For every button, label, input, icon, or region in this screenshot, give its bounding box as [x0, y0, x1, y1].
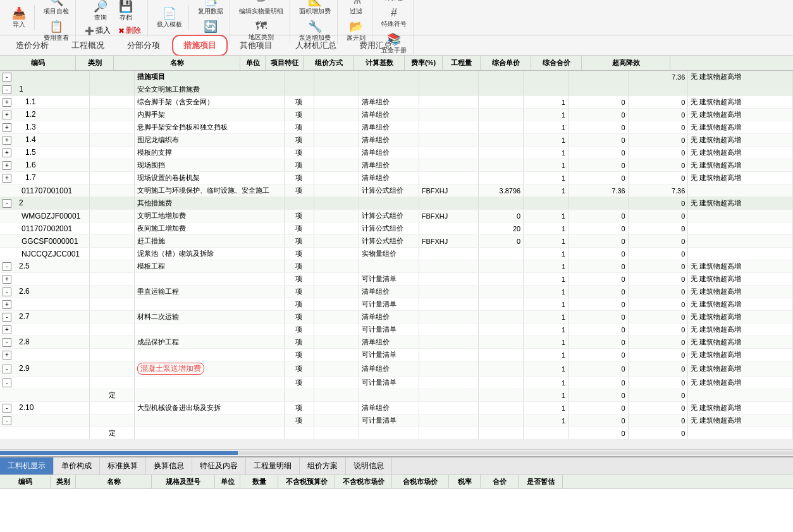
- expand-button[interactable]: +: [3, 275, 11, 284]
- expand-button[interactable]: +: [3, 300, 11, 309]
- cell-surcharge: 无 建筑物超高增: [688, 311, 793, 323]
- table-row[interactable]: +1.2内脚手架项清单组价100无 建筑物超高增: [0, 109, 793, 121]
- table-row[interactable]: -项可计量清单100无 建筑物超高增: [0, 414, 793, 427]
- expand-button[interactable]: +: [3, 148, 11, 157]
- table-row[interactable]: -2其他措施费0无 建筑物超高增: [0, 197, 793, 210]
- expand-button[interactable]: -: [3, 287, 11, 296]
- bottom-tab-labor-machine[interactable]: 工料机显示: [0, 457, 54, 475]
- bottom-tab-unit-comp[interactable]: 单价构成: [54, 457, 100, 475]
- expand-button[interactable]: -: [3, 365, 11, 373]
- expand-button[interactable]: -: [3, 73, 11, 82]
- table-row[interactable]: -2.8成品保护工程项清单组价100无 建筑物超高增: [0, 336, 793, 349]
- table-row[interactable]: +1.5模板的支撑项清单组价100无 建筑物超高增: [0, 147, 793, 159]
- tab-project-overview[interactable]: 工程概况: [61, 35, 115, 55]
- table-row[interactable]: +1.6现场围挡项清单组价100无 建筑物超高增: [0, 159, 793, 172]
- tab-sub-section[interactable]: 分部分项: [116, 35, 171, 55]
- cell-unit: 项: [284, 159, 314, 172]
- bottom-tab-qty-detail[interactable]: 工程量明细: [246, 457, 300, 475]
- cell-total: 0: [628, 402, 688, 414]
- table-row[interactable]: 定100: [0, 389, 793, 402]
- table-row[interactable]: +1.7现场设置的卷扬机架项清单组价100无 建筑物超高增: [0, 172, 793, 184]
- cell-feature: [314, 71, 359, 83]
- project-check-label: 项目自检: [44, 7, 69, 16]
- table-row[interactable]: -2.6垂直运输工程项清单组价100无 建筑物超高增: [0, 286, 793, 298]
- scrollbar[interactable]: [0, 451, 793, 455]
- tab-other-items[interactable]: 其他项目: [229, 35, 283, 55]
- cell-qty: 1: [524, 349, 569, 361]
- query-button[interactable]: 🔎 查询: [89, 0, 112, 23]
- table-row[interactable]: GGCSF0000001赶工措施项计算公式组价FBFXHJ0100: [0, 235, 793, 248]
- cell-surcharge: 无 建筑物超高增: [688, 273, 793, 286]
- table-row[interactable]: -2.5模板工程项100无 建筑物超高增: [0, 260, 793, 273]
- table-row[interactable]: +项可计量清单100无 建筑物超高增: [0, 323, 793, 336]
- table-row[interactable]: +1.4围尼龙编织布项清单组价100无 建筑物超高增: [0, 134, 793, 147]
- expand-button[interactable]: +: [3, 161, 11, 170]
- cell-unit-price: 0: [569, 377, 629, 389]
- table-row[interactable]: -项可计量清单100无 建筑物超高增: [0, 377, 793, 389]
- bottom-tab-notes[interactable]: 说明信息: [346, 457, 392, 475]
- expand-button[interactable]: +: [3, 351, 11, 360]
- expand-button[interactable]: +: [3, 325, 11, 334]
- bottom-tab-pricing-scheme[interactable]: 组价方案: [300, 457, 346, 475]
- expand-button[interactable]: -: [3, 404, 11, 413]
- tab-measures[interactable]: 措施项目: [172, 35, 228, 56]
- tab-fee-summary[interactable]: 费用汇总: [348, 35, 403, 55]
- cell-rate: [479, 172, 524, 184]
- cell-basis: [419, 377, 479, 389]
- table-row[interactable]: +项可计量清单100无 建筑物超高增: [0, 273, 793, 286]
- load-template-button[interactable]: 📄 载入模板: [154, 5, 185, 30]
- copy-data-button[interactable]: 📑 复用数据: [195, 0, 226, 17]
- tab-cost-analysis[interactable]: 造价分析: [5, 35, 59, 55]
- table-row[interactable]: -1安全文明施工措施费: [0, 83, 793, 96]
- table-row[interactable]: -措施项目7.36无 建筑物超高增: [0, 71, 793, 83]
- cell-code: +: [0, 273, 90, 286]
- bottom-tab-std-calc[interactable]: 标准换算: [100, 457, 146, 475]
- expand-button[interactable]: -: [3, 85, 11, 94]
- expand-button[interactable]: +: [3, 98, 11, 107]
- table-row[interactable]: +项可计量清单100无 建筑物超高增: [0, 298, 793, 311]
- cell-qty: [524, 427, 569, 440]
- project-check-button[interactable]: 🔍 项目自检: [41, 0, 71, 17]
- expand-button[interactable]: +: [3, 111, 11, 119]
- cell-code: -2.5: [0, 260, 90, 273]
- calculator-button[interactable]: 🧮 计算器: [382, 0, 406, 4]
- import-button[interactable]: 📥 导入: [8, 5, 30, 30]
- table-row[interactable]: 011707001001文明施工与环境保护、临时设施、安全施工项计算公式组价FB…: [0, 184, 793, 197]
- table-row[interactable]: -2.7材料二次运输项清单组价100无 建筑物超高增: [0, 311, 793, 323]
- area-surcharge-button[interactable]: 📐 面积增加费: [297, 0, 333, 17]
- expand-button[interactable]: -: [3, 313, 11, 322]
- cell-pricing: 可计量清单: [359, 349, 419, 361]
- cell-name: 夜间施工增加费: [135, 222, 285, 235]
- tab-labor-material[interactable]: 人材机汇总: [285, 35, 347, 55]
- table-row[interactable]: -2.10大型机械设备进出场及安拆项清单组价100无 建筑物超高增: [0, 402, 793, 414]
- cell-feature: [314, 298, 359, 311]
- special-symbol-button[interactable]: # 特殊符号: [379, 5, 409, 30]
- expand-button[interactable]: -: [3, 416, 11, 425]
- expand-button[interactable]: -: [3, 378, 11, 387]
- table-row[interactable]: NJCCQZJCC001泥浆池（槽）砌筑及拆除项实物量组价100: [0, 248, 793, 260]
- cell-code: +1.5: [0, 147, 90, 159]
- table-row[interactable]: 011707002001夜间施工增加费项计算公式组价20100: [0, 222, 793, 235]
- expand-button[interactable]: -: [3, 199, 11, 208]
- expand-button[interactable]: -: [3, 262, 11, 271]
- table-row[interactable]: +1.1综合脚手架（含安全网）项清单组价100无 建筑物超高增: [0, 96, 793, 109]
- table-row[interactable]: +项可计量清单100无 建筑物超高增: [0, 349, 793, 361]
- table-row[interactable]: -2.9混凝土泵送增加费项清单组价100无 建筑物超高增: [0, 361, 793, 377]
- expand-button[interactable]: -: [3, 338, 11, 347]
- cell-total: 0: [628, 210, 688, 222]
- edit-qty-button[interactable]: ✏ 编辑实物量明细: [237, 0, 286, 17]
- cell-total: 7.36: [628, 184, 688, 197]
- save-button[interactable]: 💾 存档: [114, 0, 137, 23]
- expand-button[interactable]: +: [3, 136, 11, 145]
- cell-name: [135, 427, 285, 440]
- bottom-tab-calc-info[interactable]: 换算信息: [146, 457, 192, 475]
- table-row[interactable]: 定00: [0, 427, 793, 440]
- expand-button[interactable]: +: [3, 174, 11, 183]
- table-row[interactable]: WMGDZJF00001文明工地增加费项计算公式组价FBFXHJ0100: [0, 210, 793, 222]
- table-row[interactable]: +1.3悬脚手架安全挡板和独立挡板项清单组价100无 建筑物超高增: [0, 121, 793, 134]
- bottom-tab-features[interactable]: 特征及内容: [192, 457, 246, 475]
- cell-rate: [479, 336, 524, 349]
- cell-pricing: 清单组价: [359, 286, 419, 298]
- filter-button[interactable]: ⚗ 过滤: [345, 0, 367, 17]
- expand-button[interactable]: +: [3, 123, 11, 132]
